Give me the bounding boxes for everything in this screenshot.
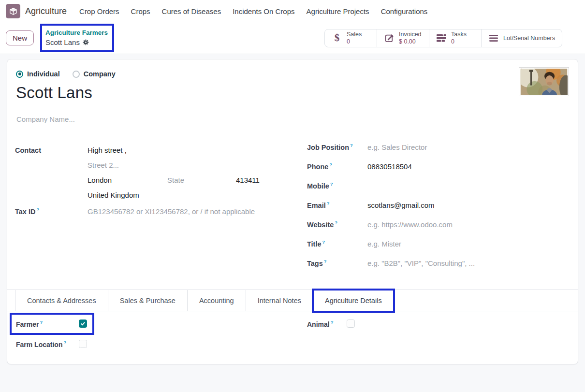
tasks-stat-button[interactable]: Tasks 0 — [429, 29, 482, 47]
farmer-checkbox[interactable] — [79, 319, 87, 328]
city-field[interactable]: London — [88, 173, 167, 188]
help-question-icon: ? — [331, 319, 334, 325]
sales-stat-button[interactable]: $ Sales 0 — [325, 29, 377, 47]
invoiced-stat-value: $ 0.00 — [399, 38, 422, 45]
menu-item-incidents-on-crops[interactable]: Incidents On Crops — [227, 4, 300, 18]
farm-location-checkbox[interactable] — [79, 340, 87, 348]
farm-location-label: Farm Location? — [16, 340, 79, 348]
tab-sales-purchase[interactable]: Sales & Purchase — [108, 290, 188, 311]
menu-item-configurations[interactable]: Configurations — [375, 4, 434, 18]
main-menu: Crop Orders Crops Cures of Diseases Inci… — [73, 4, 433, 18]
help-question-icon: ? — [63, 340, 66, 345]
sales-stat-label: Sales — [347, 31, 362, 38]
street2-field[interactable]: Street 2... — [88, 158, 260, 173]
help-question-icon: ? — [327, 201, 330, 206]
notebook-tabs: Contacts & Addresses Sales & Purchase Ac… — [7, 290, 578, 311]
help-question-icon: ? — [329, 162, 332, 167]
tab-accounting[interactable]: Accounting — [188, 290, 246, 311]
farmer-row: Farmer? — [16, 319, 88, 328]
tags-field[interactable]: e.g. "B2B", "VIP", "Consulting", ... — [367, 259, 475, 267]
help-question-icon: ? — [36, 207, 39, 212]
job-position-label: Job Position? — [307, 143, 367, 151]
title-field[interactable]: e.g. Mister — [367, 240, 401, 248]
tasks-icon — [436, 34, 447, 42]
breadcrumb-parent-link[interactable]: Agriculture Farmers — [45, 29, 108, 37]
tab-contacts-addresses[interactable]: Contacts & Addresses — [15, 290, 108, 311]
breadcrumb-current: Scott Lans — [45, 37, 80, 47]
tab-internal-notes[interactable]: Internal Notes — [246, 290, 313, 311]
breadcrumb: Agriculture Farmers Scott Lans — [44, 28, 110, 48]
menu-item-crops[interactable]: Crops — [125, 4, 156, 18]
invoiced-stat-label: Invoiced — [399, 31, 422, 38]
company-type-selector: Individual Company — [16, 70, 570, 78]
tax-id-label: Tax ID? — [15, 207, 88, 216]
menu-item-cures-of-diseases[interactable]: Cures of Diseases — [156, 4, 227, 18]
stat-button-group: $ Sales 0 Invoiced $ 0.00 — [324, 29, 562, 47]
company-radio[interactable]: Company — [73, 70, 116, 78]
check-icon — [80, 321, 86, 326]
email-label: Email? — [307, 201, 367, 209]
country-field[interactable]: United Kingdom — [88, 188, 260, 203]
tab-agriculture-details[interactable]: Agriculture Details — [313, 290, 394, 311]
tax-id-field[interactable]: GB123456782 or XI123456782, or / if not … — [88, 207, 255, 216]
invoice-edit-icon — [384, 33, 395, 43]
dollar-icon: $ — [332, 33, 342, 43]
contact-label: Contact — [15, 146, 88, 154]
email-field[interactable]: scotlans@gmail.com — [367, 201, 435, 209]
tasks-stat-value: 0 — [451, 38, 467, 45]
individual-radio[interactable]: Individual — [16, 70, 60, 78]
farmer-label: Farmer? — [16, 319, 79, 328]
mobile-label: Mobile? — [307, 181, 367, 190]
menu-item-crop-orders[interactable]: Crop Orders — [73, 4, 125, 18]
farm-location-row: Farm Location? — [16, 340, 88, 348]
phone-label: Phone? — [307, 162, 367, 171]
agriculture-details-pane: Farmer? Farm Location? Animal? — [15, 311, 570, 360]
agriculture-app-icon[interactable] — [6, 4, 20, 18]
help-question-icon: ? — [350, 143, 353, 148]
job-position-field[interactable]: e.g. Sales Director — [367, 143, 427, 151]
animal-checkbox[interactable] — [347, 319, 355, 328]
zip-field[interactable]: 413411 — [236, 173, 260, 188]
phone-field[interactable]: 08830518504 — [367, 162, 412, 171]
lot-serial-numbers-button[interactable]: Lot/Serial Numbers — [482, 29, 562, 47]
sales-stat-value: 0 — [347, 38, 362, 45]
contact-photo[interactable] — [519, 67, 569, 96]
invoiced-stat-button[interactable]: Invoiced $ 0.00 — [377, 29, 429, 47]
radio-selected-icon — [16, 71, 23, 78]
top-nav-bar: Agriculture Crop Orders Crops Cures of D… — [0, 0, 585, 22]
tags-label: Tags? — [307, 259, 367, 267]
help-question-icon: ? — [324, 259, 327, 264]
help-question-icon: ? — [335, 220, 337, 225]
website-field[interactable]: e.g. https://www.odoo.com — [367, 220, 453, 229]
street-field[interactable]: High street , — [88, 143, 260, 158]
cube-icon — [9, 7, 18, 16]
control-bar: New Agriculture Farmers Scott Lans — [0, 22, 585, 54]
individual-radio-label: Individual — [27, 70, 60, 78]
title-label: Title? — [307, 239, 367, 248]
website-label: Website? — [307, 220, 367, 229]
list-lines-icon — [488, 35, 499, 42]
address-column: Contact High street , Street 2... London… — [15, 143, 292, 278]
animal-row: Animal? — [307, 319, 380, 328]
help-question-icon: ? — [322, 239, 325, 245]
contact-form-card: Individual Company Scott Lans Company Na… — [7, 59, 578, 364]
tasks-stat-label: Tasks — [451, 31, 467, 38]
menu-item-agriculture-projects[interactable]: Agriculture Projects — [301, 4, 375, 18]
radio-unselected-icon — [73, 71, 80, 78]
animal-label: Animal? — [307, 319, 347, 328]
app-name[interactable]: Agriculture — [25, 6, 67, 16]
lot-serial-numbers-label: Lot/Serial Numbers — [503, 35, 555, 42]
settings-gear-icon[interactable] — [83, 39, 89, 45]
company-name-field[interactable]: Company Name... — [16, 115, 570, 123]
company-radio-label: Company — [84, 70, 116, 78]
state-field[interactable]: State — [167, 173, 236, 188]
help-question-icon: ? — [40, 319, 43, 325]
contact-name-field[interactable]: Scott Lans — [16, 84, 570, 102]
details-column: Job Position? e.g. Sales Director Phone?… — [292, 143, 570, 278]
help-question-icon: ? — [330, 181, 333, 187]
new-button[interactable]: New — [6, 30, 34, 45]
